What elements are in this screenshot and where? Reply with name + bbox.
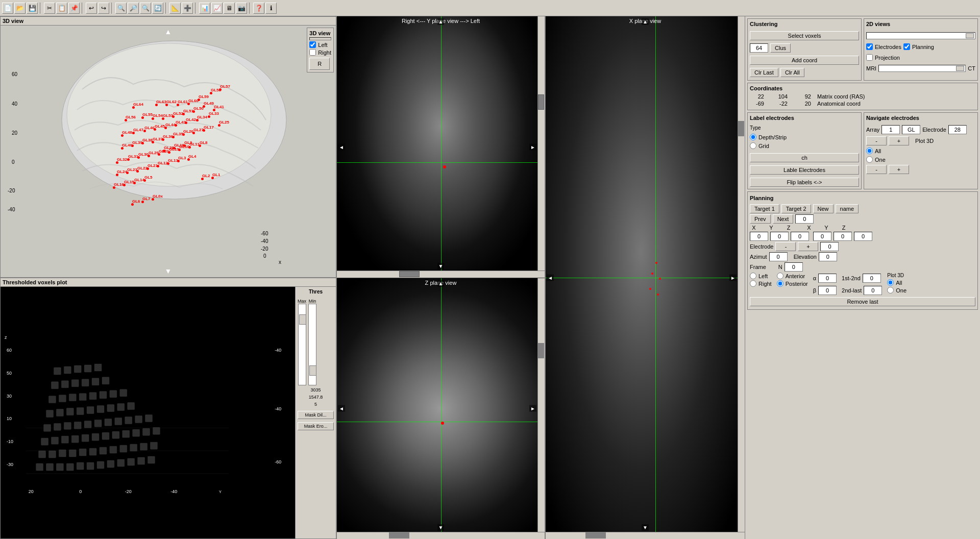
one-radio[interactable]: [866, 156, 873, 163]
electrode-GL16[interactable]: GL16: [114, 182, 124, 187]
grid-radio[interactable]: [750, 142, 756, 149]
ch-btn[interactable]: ch: [750, 153, 859, 162]
planning-checkbox[interactable]: [903, 43, 910, 50]
cluster-input[interactable]: [750, 43, 768, 53]
electrode-GL30[interactable]: GL30: [138, 152, 149, 157]
electrode-GL44[interactable]: GL44: [165, 122, 176, 127]
redo-btn[interactable]: ↪: [98, 3, 109, 14]
plan-elec-input[interactable]: [820, 242, 839, 251]
nav-plus-btn[interactable]: +: [889, 136, 909, 145]
frame-left-radio[interactable]: [750, 273, 756, 279]
horiz-scroll-x[interactable]: [546, 532, 745, 539]
mask-dil-btn[interactable]: Mask Dil...: [298, 411, 334, 419]
open-btn[interactable]: 📂: [14, 3, 26, 14]
electrode-GL25[interactable]: GL25: [219, 120, 229, 125]
scroll-thumb-z[interactable]: [538, 343, 544, 358]
electrode-GL54[interactable]: GL54: [153, 113, 163, 118]
electrode-GL33[interactable]: GL33: [209, 111, 219, 116]
min-slider-thumb[interactable]: [309, 365, 316, 376]
electrode-GL31[interactable]: GL31: [128, 154, 138, 159]
zoom-out-btn[interactable]: 🔎: [128, 3, 139, 14]
electrode-GL23[interactable]: GL23: [127, 167, 137, 172]
scroll-left-x[interactable]: ◄: [547, 275, 554, 281]
electrode-GL50[interactable]: GL50: [193, 106, 204, 111]
electrode-GL56[interactable]: GL56: [126, 115, 136, 119]
electrode-GL53[interactable]: GL53: [163, 113, 173, 118]
alpha-input[interactable]: [818, 274, 837, 283]
electrode-GL15[interactable]: GL15: [124, 180, 134, 184]
electrode-GL34[interactable]: GL34: [197, 115, 207, 119]
electrode-GL26[interactable]: GL26: [183, 129, 193, 134]
screen-btn[interactable]: 🖥: [224, 3, 235, 14]
electrode-GL5[interactable]: GL5: [144, 175, 153, 180]
electrode-GL0x[interactable]: GL0x: [153, 194, 163, 199]
new-planning-btn[interactable]: New: [813, 204, 834, 213]
plot-btn[interactable]: 📊: [199, 3, 210, 14]
x1-input[interactable]: [750, 232, 768, 241]
electrode-GL24[interactable]: GL24: [117, 169, 127, 174]
electrode-GL45[interactable]: GL45: [155, 124, 165, 129]
flip-labels-btn[interactable]: Flip labels <->: [750, 178, 859, 187]
horiz-scroll-top[interactable]: [337, 271, 545, 278]
electrode-GL41[interactable]: GL41: [214, 105, 224, 109]
electrode-GL59[interactable]: GL59: [199, 94, 209, 99]
electrode-GL52[interactable]: GL52: [173, 111, 183, 116]
electrode-GL4[interactable]: GL4: [188, 154, 197, 159]
depth-strip-radio[interactable]: [750, 134, 756, 140]
horiz-scroll-bottom[interactable]: [337, 532, 545, 539]
electrode-GL49[interactable]: GL49: [204, 101, 214, 106]
clus-btn[interactable]: Clus: [770, 43, 791, 53]
h-scroll-thumb-x[interactable]: [585, 532, 606, 538]
electrode-GL36[interactable]: GL36: [163, 134, 173, 139]
plot3d-all-radio[interactable]: [887, 279, 894, 286]
electrode-input[interactable]: [948, 125, 967, 134]
electrode-GL40[interactable]: GL40: [122, 143, 132, 148]
azimut-input[interactable]: [769, 252, 788, 261]
cut-btn[interactable]: ✂: [44, 3, 55, 14]
electrode-GL11[interactable]: GL11: [189, 142, 200, 146]
select-voxels-btn[interactable]: Select voxels: [750, 31, 859, 40]
add-coord-btn[interactable]: Add coord: [750, 56, 859, 65]
all-radio[interactable]: [866, 148, 873, 154]
gl-input[interactable]: [902, 125, 920, 134]
electrode-GL29[interactable]: GL29: [149, 151, 159, 155]
2ndlast-input[interactable]: [864, 286, 882, 295]
views2d-slider-thumb[interactable]: [966, 33, 974, 38]
elec-nav-plus[interactable]: +: [889, 165, 909, 174]
target2-btn[interactable]: Target 2: [781, 204, 811, 213]
y2-input[interactable]: [834, 232, 852, 241]
planning-counter[interactable]: [795, 214, 814, 224]
scroll-right[interactable]: ►: [529, 143, 536, 150]
view-scrollbar[interactable]: [309, 37, 331, 40]
z2-input[interactable]: [854, 232, 872, 241]
screenshot-btn[interactable]: 📷: [236, 3, 247, 14]
electrode-GL35[interactable]: GL35: [173, 132, 183, 136]
scroll-up[interactable]: ▲: [165, 28, 172, 36]
electrode-GL14[interactable]: GL14: [134, 178, 144, 182]
array-input[interactable]: [881, 125, 900, 134]
electrode-GL13[interactable]: GL13: [168, 158, 178, 163]
electrode-GL62[interactable]: GL62: [166, 100, 177, 104]
electrode-GL20[interactable]: GL20: [159, 149, 169, 154]
new-btn[interactable]: 📄: [2, 3, 13, 14]
zoom-in-btn[interactable]: 🔍: [115, 3, 127, 14]
electrode-GL3[interactable]: GL3: [178, 156, 186, 160]
frame-right-radio[interactable]: [750, 280, 756, 287]
scroll-right-x[interactable]: ►: [729, 275, 737, 281]
electrode-GL64[interactable]: GL64: [133, 102, 143, 107]
scroll-down-z[interactable]: ▼: [437, 524, 445, 531]
fit-btn[interactable]: 🔍: [140, 3, 151, 14]
n-input[interactable]: [785, 262, 803, 272]
scroll-up-z[interactable]: ▲: [437, 280, 445, 287]
plan-elec-plus[interactable]: +: [798, 242, 818, 251]
electrode-GL17[interactable]: GL17: [204, 125, 214, 130]
frame-posterior-radio[interactable]: [777, 280, 783, 287]
scroll-left-z[interactable]: ◄: [338, 405, 345, 412]
axial-view[interactable]: [337, 278, 545, 540]
h-scroll-thumb[interactable]: [399, 271, 420, 277]
electrodes-checkbox[interactable]: [866, 43, 873, 50]
beta-input[interactable]: [818, 286, 837, 295]
scroll-right-z[interactable]: ►: [529, 405, 536, 412]
electrode-GL2[interactable]: GL2: [202, 174, 210, 178]
prev-btn[interactable]: Prev: [750, 214, 771, 224]
